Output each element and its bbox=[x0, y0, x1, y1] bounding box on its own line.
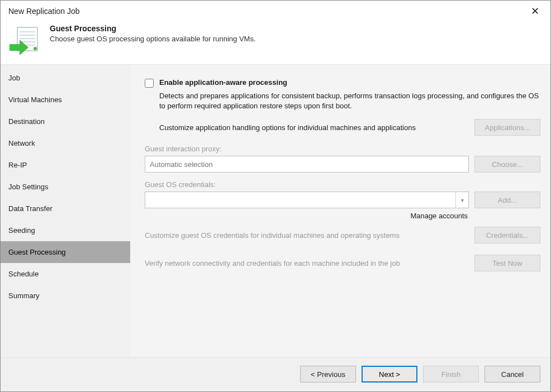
customize-apps-text: Customize application handling options f… bbox=[159, 123, 469, 132]
enable-app-aware-desc: Detects and prepares applications for co… bbox=[159, 91, 540, 111]
verify-row: Verify network connectivity and credenti… bbox=[145, 255, 540, 271]
proxy-input[interactable] bbox=[145, 156, 469, 173]
customize-apps-row: Customize application handling options f… bbox=[159, 119, 540, 136]
verify-text: Verify network connectivity and credenti… bbox=[145, 259, 469, 267]
wizard-sidebar: Job Virtual Machines Destination Network… bbox=[1, 65, 130, 357]
page-title: Guest Processing bbox=[50, 24, 256, 33]
creds-label: Guest OS credentials: bbox=[145, 180, 540, 189]
enable-app-aware-label: Enable application-aware processing bbox=[159, 78, 287, 87]
page-subtitle: Choose guest OS processing options avail… bbox=[50, 35, 256, 43]
enable-app-aware-checkbox[interactable] bbox=[145, 79, 154, 88]
enable-app-aware-row: Enable application-aware processing bbox=[145, 78, 540, 88]
wizard-content: Enable application-aware processing Dete… bbox=[130, 65, 550, 357]
proxy-field-row: Choose... bbox=[145, 156, 540, 173]
test-now-button[interactable]: Test Now bbox=[474, 255, 540, 271]
sidebar-item-destination[interactable]: Destination bbox=[1, 111, 130, 132]
finish-button[interactable]: Finish bbox=[423, 366, 479, 383]
credentials-button[interactable]: Credentials... bbox=[474, 227, 540, 243]
chevron-down-icon[interactable]: ▾ bbox=[455, 192, 469, 208]
sidebar-item-job-settings[interactable]: Job Settings bbox=[1, 176, 130, 198]
applications-button[interactable]: Applications... bbox=[474, 119, 540, 136]
add-button[interactable]: Add... bbox=[474, 192, 540, 208]
sidebar-item-schedule[interactable]: Schedule bbox=[1, 263, 130, 285]
wizard-footer: < Previous Next > Finish Cancel bbox=[1, 357, 550, 391]
previous-button[interactable]: < Previous bbox=[300, 366, 356, 383]
close-icon[interactable]: ✕ bbox=[528, 6, 543, 16]
next-button[interactable]: Next > bbox=[362, 366, 417, 383]
sidebar-item-virtual-machines[interactable]: Virtual Machines bbox=[1, 89, 130, 111]
manage-accounts-link[interactable]: Manage accounts bbox=[145, 212, 540, 220]
sidebar-item-re-ip[interactable]: Re-IP bbox=[1, 154, 130, 176]
creds-combo[interactable]: ▾ bbox=[145, 192, 469, 208]
svg-point-6 bbox=[34, 47, 37, 50]
wizard-header: Guest Processing Choose guest OS process… bbox=[1, 21, 550, 64]
cancel-button[interactable]: Cancel bbox=[484, 366, 540, 383]
sidebar-item-data-transfer[interactable]: Data Transfer bbox=[1, 198, 130, 219]
titlebar: New Replication Job ✕ bbox=[1, 1, 550, 21]
customize-creds-row: Customize guest OS credentials for indiv… bbox=[145, 227, 540, 243]
proxy-label: Guest interaction proxy: bbox=[145, 145, 540, 153]
window-title: New Replication Job bbox=[8, 7, 80, 16]
sidebar-item-job[interactable]: Job bbox=[1, 67, 130, 89]
sidebar-item-network[interactable]: Network bbox=[1, 132, 130, 154]
wizard-icon bbox=[10, 24, 40, 56]
sidebar-item-guest-processing[interactable]: Guest Processing bbox=[1, 241, 130, 263]
wizard-header-text: Guest Processing Choose guest OS process… bbox=[50, 24, 256, 43]
creds-field-row: ▾ Add... bbox=[145, 192, 540, 208]
sidebar-item-summary[interactable]: Summary bbox=[1, 285, 130, 307]
creds-input[interactable] bbox=[145, 192, 469, 208]
sidebar-item-seeding[interactable]: Seeding bbox=[1, 219, 130, 241]
wizard-body: Job Virtual Machines Destination Network… bbox=[1, 64, 550, 357]
customize-creds-text: Customize guest OS credentials for indiv… bbox=[145, 231, 469, 240]
choose-button[interactable]: Choose... bbox=[474, 156, 540, 173]
